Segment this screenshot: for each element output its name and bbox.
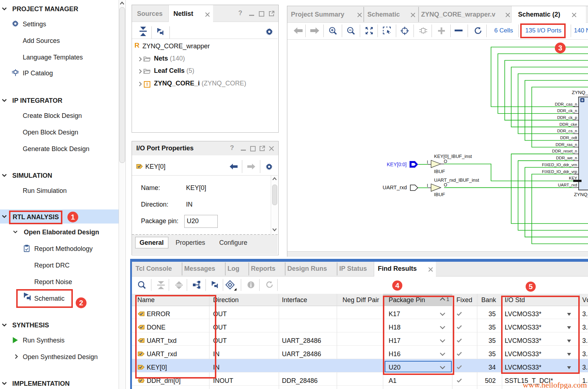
- svg-text:ZYNQ_C: ZYNQ_C: [572, 90, 588, 95]
- svg-text:FIXED_IO_ddr_vrp: FIXED_IO_ddr_vrp: [542, 169, 577, 174]
- svg-text:I: I: [427, 183, 428, 188]
- svg-text:DDR_reset_n: DDR_reset_n: [552, 149, 577, 153]
- svg-text:DDR_ras_n: DDR_ras_n: [556, 142, 577, 147]
- svg-text:UART_rxd: UART_rxd: [558, 183, 577, 187]
- svg-text:DDR_ck_n: DDR_ck_n: [557, 109, 577, 113]
- svg-text:DDR_ck_p: DDR_ck_p: [557, 115, 577, 120]
- svg-text:IBUF: IBUF: [434, 192, 445, 197]
- svg-text:ZYNQ_: ZYNQ_: [574, 192, 588, 197]
- svg-text:UART_rxd_IBUF_inst: UART_rxd_IBUF_inst: [434, 177, 479, 183]
- svg-text:KEY[0]_IBUF_inst: KEY[0]_IBUF_inst: [434, 154, 472, 159]
- svg-text:O: O: [444, 182, 447, 187]
- svg-text:DDR_cas_n: DDR_cas_n: [555, 102, 577, 106]
- svg-text:KEY: KEY: [569, 176, 577, 180]
- svg-text:DDR_we_n: DDR_we_n: [556, 156, 577, 160]
- svg-text:DDR_cke: DDR_cke: [560, 122, 577, 127]
- svg-text:UART_rxd: UART_rxd: [383, 185, 407, 190]
- svg-text:FIXED_IO_ddr_vrn: FIXED_IO_ddr_vrn: [542, 163, 577, 167]
- svg-text:KEY[0:0]: KEY[0:0]: [387, 162, 407, 167]
- svg-text:DDR_cs_n: DDR_cs_n: [557, 129, 577, 133]
- svg-text:O: O: [444, 159, 447, 164]
- svg-text:DDR_odt: DDR_odt: [560, 136, 578, 140]
- svg-text:I: I: [427, 160, 428, 165]
- svg-text:IBUF: IBUF: [434, 169, 445, 174]
